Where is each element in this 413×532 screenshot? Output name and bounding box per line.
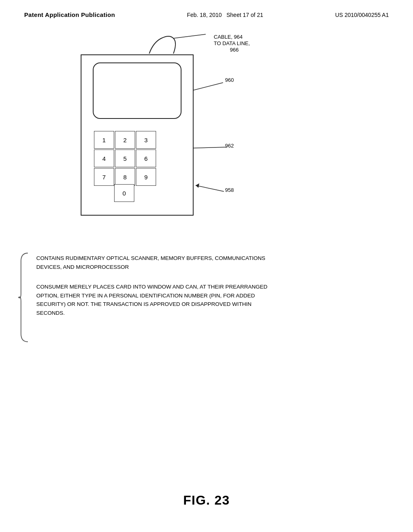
key-4: 4: [94, 150, 114, 167]
page-header: Patent Application Publication Feb. 18, …: [0, 0, 413, 18]
notes-container: CONTAINS RUDIMENTARY OPTICAL SCANNER, ME…: [36, 254, 278, 318]
key-1: 1: [94, 131, 114, 149]
note-text-2: CONSUMER MERELY PLACES CARD INTO WINDOW …: [36, 283, 278, 317]
key-6: 6: [136, 150, 156, 167]
data-line-num: 966: [230, 46, 239, 54]
svg-line-5: [196, 185, 224, 191]
label-958: 958: [225, 187, 234, 194]
screen-display: [93, 62, 181, 119]
key-2: 2: [115, 131, 135, 149]
keypad-grid: 1 2 3 4 5 6 7 8 9: [94, 131, 156, 186]
note-bracket-container: [18, 249, 30, 347]
key-5: 5: [115, 150, 135, 167]
note-text-1: CONTAINS RUDIMENTARY OPTICAL SCANNER, ME…: [36, 254, 278, 271]
label-960: 960: [225, 77, 234, 84]
publication-label: Patent Application Publication: [24, 11, 115, 18]
key-7: 7: [94, 168, 114, 186]
key-8: 8: [115, 168, 135, 186]
date-sheet-label: Feb. 18, 2010 Sheet 17 of 21: [187, 12, 263, 18]
svg-marker-6: [196, 183, 199, 188]
figure-caption: FIG. 23: [0, 493, 413, 508]
key-0: 0: [114, 184, 134, 202]
svg-line-0: [173, 34, 206, 38]
patent-number-label: US 2010/0040255 A1: [335, 12, 389, 18]
key-3: 3: [136, 131, 156, 149]
label-962: 962: [225, 142, 234, 150]
key-9: 9: [136, 168, 156, 186]
diagram-area: 1 2 3 4 5 6 7 8 9 0 CABLE, 964 TO DATA L…: [0, 30, 413, 264]
